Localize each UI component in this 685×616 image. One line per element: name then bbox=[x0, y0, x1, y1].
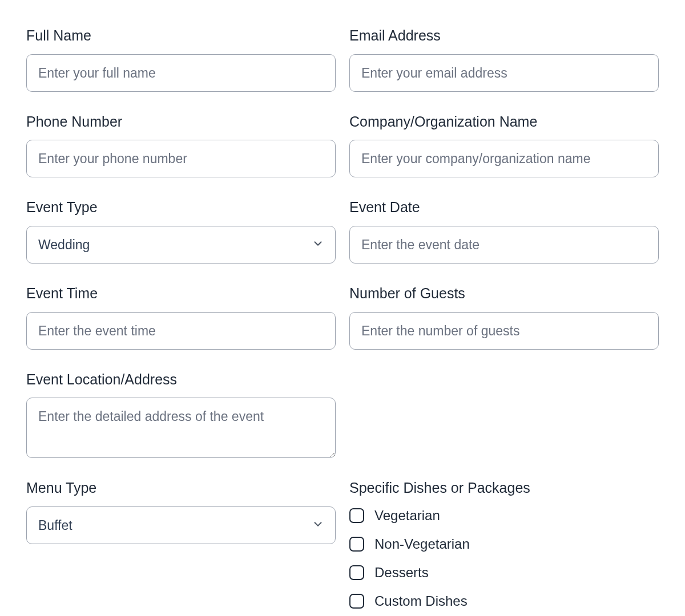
menu-type-label: Menu Type bbox=[26, 479, 336, 497]
event-type-label: Event Type bbox=[26, 198, 336, 217]
email-label: Email Address bbox=[349, 26, 659, 45]
location-textarea[interactable] bbox=[26, 398, 336, 458]
guests-input[interactable] bbox=[349, 312, 659, 350]
phone-field: Phone Number bbox=[26, 112, 336, 178]
dishes-checkbox-group: Vegetarian Non-Vegetarian Desserts Custo… bbox=[349, 508, 659, 609]
event-date-input[interactable] bbox=[349, 226, 659, 264]
checkbox-label: Custom Dishes bbox=[374, 593, 468, 609]
checkbox-item-desserts[interactable]: Desserts bbox=[349, 565, 659, 581]
checkbox-item-vegetarian[interactable]: Vegetarian bbox=[349, 508, 659, 524]
empty-cell bbox=[349, 370, 659, 459]
event-time-label: Event Time bbox=[26, 284, 336, 303]
full-name-field: Full Name bbox=[26, 26, 336, 92]
event-type-field: Event Type Wedding bbox=[26, 198, 336, 264]
event-time-field: Event Time bbox=[26, 284, 336, 350]
company-label: Company/Organization Name bbox=[349, 112, 659, 131]
company-field: Company/Organization Name bbox=[349, 112, 659, 178]
event-time-input[interactable] bbox=[26, 312, 336, 350]
full-name-input[interactable] bbox=[26, 54, 336, 92]
guests-label: Number of Guests bbox=[349, 284, 659, 303]
checkbox-box[interactable] bbox=[349, 537, 364, 552]
catering-form: Full Name Email Address Phone Number Com… bbox=[26, 26, 659, 609]
phone-label: Phone Number bbox=[26, 112, 336, 131]
location-label: Event Location/Address bbox=[26, 370, 336, 389]
dishes-field: Specific Dishes or Packages Vegetarian N… bbox=[349, 479, 659, 609]
full-name-label: Full Name bbox=[26, 26, 336, 45]
checkbox-label: Desserts bbox=[374, 565, 429, 581]
menu-type-field: Menu Type Buffet bbox=[26, 479, 336, 609]
event-type-select[interactable]: Wedding bbox=[26, 226, 336, 264]
checkbox-box[interactable] bbox=[349, 508, 364, 523]
menu-type-select-wrapper: Buffet bbox=[26, 506, 336, 544]
checkbox-label: Vegetarian bbox=[374, 508, 440, 524]
email-field: Email Address bbox=[349, 26, 659, 92]
guests-field: Number of Guests bbox=[349, 284, 659, 350]
email-input[interactable] bbox=[349, 54, 659, 92]
checkbox-box[interactable] bbox=[349, 565, 364, 580]
checkbox-label: Non-Vegetarian bbox=[374, 536, 470, 552]
menu-type-select[interactable]: Buffet bbox=[26, 506, 336, 544]
checkbox-item-custom-dishes[interactable]: Custom Dishes bbox=[349, 593, 659, 609]
company-input[interactable] bbox=[349, 140, 659, 177]
event-date-field: Event Date bbox=[349, 198, 659, 264]
event-date-label: Event Date bbox=[349, 198, 659, 217]
checkbox-item-non-vegetarian[interactable]: Non-Vegetarian bbox=[349, 536, 659, 552]
phone-input[interactable] bbox=[26, 140, 336, 177]
dishes-label: Specific Dishes or Packages bbox=[349, 479, 659, 497]
location-field: Event Location/Address bbox=[26, 370, 336, 459]
checkbox-box[interactable] bbox=[349, 594, 364, 609]
event-type-select-wrapper: Wedding bbox=[26, 226, 336, 264]
